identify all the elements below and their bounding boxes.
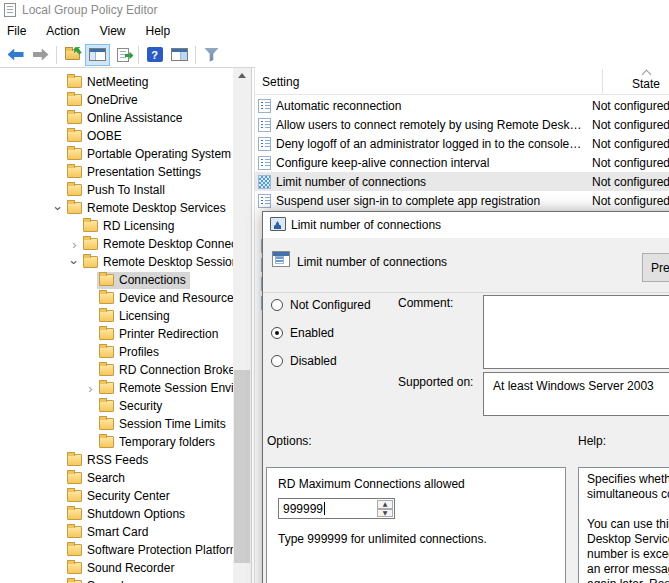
radio-label: Enabled	[290, 326, 334, 340]
folder-icon	[99, 382, 114, 394]
tree-item-session-time-limits[interactable]: Session Time Limits	[84, 415, 233, 433]
tree-item-security[interactable]: Security	[84, 397, 233, 415]
tree-item-search[interactable]: Search	[52, 469, 233, 487]
tree-scrollbar[interactable]	[233, 68, 251, 583]
menu-help[interactable]: Help	[136, 21, 181, 42]
console-tree: NetMeetingOneDriveOnline AssistanceOOBEP…	[0, 68, 233, 583]
tree-item-content: Smart Card	[65, 524, 152, 541]
tree-item-printer-redirection[interactable]: Printer Redirection	[84, 325, 233, 343]
tree-item-netmeeting[interactable]: NetMeeting	[52, 73, 233, 91]
scrollbar-thumb[interactable]	[234, 370, 250, 563]
setting-name: Deny logoff of an administrator logged i…	[276, 137, 582, 151]
tree-item-speech[interactable]: Speech	[52, 577, 233, 583]
tree-item-remote-session-environment[interactable]: ›Remote Session Environment	[84, 379, 233, 397]
folder-icon	[67, 166, 82, 178]
comment-input[interactable]	[483, 295, 669, 369]
previous-setting-button[interactable]: Previous Setting	[642, 253, 669, 282]
tree-item-remote-desktop-connection-client[interactable]: ›Remote Desktop Connection Client	[68, 235, 233, 253]
back-button[interactable]	[3, 44, 28, 66]
radio-label: Disabled	[290, 354, 337, 368]
supported-on-box: At least Windows Server 2003	[483, 372, 669, 416]
folder-icon	[99, 328, 114, 340]
tree-item-content: NetMeeting	[65, 74, 152, 91]
tree-item-label: Online Assistance	[87, 111, 182, 125]
tree-item-remote-desktop-services[interactable]: ›Remote Desktop Services	[52, 199, 233, 217]
tree-item-security-center[interactable]: Security Center	[52, 487, 233, 505]
tree-item-connections[interactable]: Connections	[84, 271, 233, 289]
tree-item-shutdown-options[interactable]: Shutdown Options	[52, 505, 233, 523]
tree-item-licensing[interactable]: Licensing	[84, 307, 233, 325]
tree-item-smart-card[interactable]: Smart Card	[52, 523, 233, 541]
show-action-pane-button[interactable]	[167, 44, 192, 66]
column-header-state[interactable]: State	[632, 77, 660, 91]
column-divider[interactable]	[602, 69, 603, 93]
tree-item-label: Search	[87, 471, 125, 485]
setting-row-suspend-user-sign-in-to-complete-app-reg[interactable]: Suspend user sign-in to complete app reg…	[255, 191, 669, 210]
radio-unselected-icon[interactable]	[271, 299, 283, 311]
back-icon	[8, 49, 24, 61]
tree-item-device-and-resource-redirection[interactable]: Device and Resource Redirection	[84, 289, 233, 307]
tree-item-profiles[interactable]: Profiles	[84, 343, 233, 361]
tree-item-rd-licensing[interactable]: RD Licensing	[68, 217, 233, 235]
chevron-expanded-icon[interactable]: ›	[52, 202, 65, 215]
chevron-collapsed-icon[interactable]: ›	[84, 382, 97, 395]
tree-item-rss-feeds[interactable]: RSS Feeds	[52, 451, 233, 469]
tree-item-onedrive[interactable]: OneDrive	[52, 91, 233, 109]
menu-view[interactable]: View	[90, 21, 136, 42]
text-caret	[324, 502, 325, 515]
tree-item-temporary-folders[interactable]: Temporary folders	[84, 433, 233, 451]
export-list-button[interactable]	[110, 44, 135, 66]
radio-option-not-configured[interactable]: Not Configured	[271, 298, 371, 312]
setting-row-deny-logoff-of-an-administrator-logged-i[interactable]: Deny logoff of an administrator logged i…	[255, 134, 669, 153]
folder-icon	[99, 418, 114, 430]
help-button[interactable]	[142, 44, 167, 66]
policy-setting-icon	[258, 118, 271, 132]
menu-file[interactable]: File	[0, 21, 36, 42]
options-note: Type 999999 for unlimited connections.	[278, 532, 487, 546]
filter-button[interactable]	[199, 44, 224, 66]
tree-item-online-assistance[interactable]: Online Assistance	[52, 109, 233, 127]
folder-icon	[67, 130, 82, 142]
radio-option-disabled[interactable]: Disabled	[271, 354, 337, 368]
tree-item-push-to-install[interactable]: Push To Install	[52, 181, 233, 199]
tree-item-content: RD Connection Broker	[97, 362, 233, 379]
spinner-control: ▲ ▼	[377, 500, 393, 517]
up-one-level-button[interactable]	[60, 44, 85, 66]
setting-name: Suspend user sign-in to complete app reg…	[276, 194, 540, 208]
forward-button[interactable]	[28, 44, 53, 66]
tree-item-content: Session Time Limits	[97, 416, 230, 433]
tree-item-software-protection-platform[interactable]: Software Protection Platform	[52, 541, 233, 559]
max-connections-input[interactable]: 999999 ▲ ▼	[278, 498, 395, 519]
tree-item-content: Temporary folders	[97, 434, 219, 451]
tree-item-oobe[interactable]: OOBE	[52, 127, 233, 145]
folder-icon	[83, 256, 98, 268]
tree-item-label: Shutdown Options	[87, 507, 185, 521]
tree-item-sound-recorder[interactable]: Sound Recorder	[52, 559, 233, 577]
radio-selected-icon[interactable]	[271, 327, 283, 339]
tree-item-presentation-settings[interactable]: Presentation Settings	[52, 163, 233, 181]
spinner-down-button[interactable]: ▼	[377, 509, 393, 518]
tree-item-label: Printer Redirection	[119, 327, 218, 341]
tree-item-portable-operating-system[interactable]: Portable Operating System	[52, 145, 233, 163]
tree-item-label: Session Time Limits	[119, 417, 226, 431]
setting-row-configure-keep-alive-connection-interval[interactable]: Configure keep-alive connection interval…	[255, 153, 669, 172]
spinner-up-button[interactable]: ▲	[377, 500, 393, 509]
scrollbar-up-icon[interactable]	[238, 73, 246, 78]
chevron-collapsed-icon[interactable]: ›	[68, 238, 81, 251]
max-connections-value: 999999	[283, 502, 323, 516]
tree-item-rd-connection-broker[interactable]: RD Connection Broker	[84, 361, 233, 379]
setting-row-allow-users-to-connect-remotely-by-using[interactable]: Allow users to connect remotely by using…	[255, 115, 669, 134]
tree-item-label: OOBE	[87, 129, 122, 143]
chevron-expanded-icon[interactable]: ›	[68, 256, 81, 269]
tree-item-remote-desktop-session-host[interactable]: ›Remote Desktop Session Host	[68, 253, 233, 271]
tree-item-label: Smart Card	[87, 525, 148, 539]
menu-action[interactable]: Action	[36, 21, 89, 42]
column-header-setting[interactable]: Setting	[262, 75, 299, 89]
setting-row-limit-number-of-connections[interactable]: Limit number of connectionsNot configure…	[255, 172, 669, 191]
tree-item-label: Presentation Settings	[87, 165, 201, 179]
radio-unselected-icon[interactable]	[271, 355, 283, 367]
console-tree-icon	[89, 48, 106, 61]
setting-row-automatic-reconnection[interactable]: Automatic reconnectionNot configured	[255, 96, 669, 115]
show-console-tree-button[interactable]	[85, 44, 110, 66]
radio-option-enabled[interactable]: Enabled	[271, 326, 334, 340]
